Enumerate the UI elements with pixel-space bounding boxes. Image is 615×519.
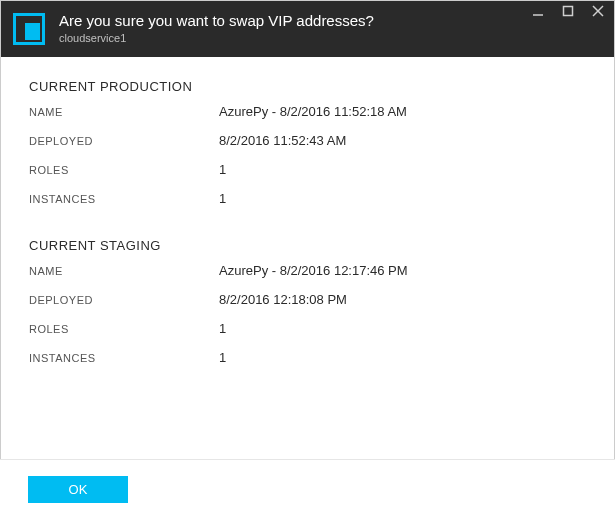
window-controls <box>532 5 608 17</box>
close-icon[interactable] <box>592 5 608 17</box>
ok-button[interactable]: OK <box>28 476 128 503</box>
row-production-name: NAME AzurePy - 8/2/2016 11:52:18 AM <box>29 104 586 119</box>
maximize-icon[interactable] <box>562 5 578 17</box>
row-production-roles: ROLES 1 <box>29 162 586 177</box>
row-staging-roles: ROLES 1 <box>29 321 586 336</box>
dialog-subtitle: cloudservice1 <box>59 32 374 45</box>
titlebar: Are you sure you want to swap VIP addres… <box>1 1 614 57</box>
label-instances: INSTANCES <box>29 193 219 205</box>
row-staging-instances: INSTANCES 1 <box>29 350 586 365</box>
label-deployed: DEPLOYED <box>29 135 219 147</box>
value-deployed: 8/2/2016 12:18:08 PM <box>219 292 347 307</box>
section-heading-staging: CURRENT STAGING <box>29 238 586 253</box>
section-heading-production: CURRENT PRODUCTION <box>29 79 586 94</box>
value-roles: 1 <box>219 321 226 336</box>
svg-rect-2 <box>17 23 25 41</box>
label-name: NAME <box>29 106 219 118</box>
value-name: AzurePy - 8/2/2016 12:17:46 PM <box>219 263 408 278</box>
row-staging-name: NAME AzurePy - 8/2/2016 12:17:46 PM <box>29 263 586 278</box>
dialog-title: Are you sure you want to swap VIP addres… <box>59 12 374 30</box>
svg-rect-1 <box>17 17 41 23</box>
value-instances: 1 <box>219 191 226 206</box>
title-text: Are you sure you want to swap VIP addres… <box>59 12 374 45</box>
label-name: NAME <box>29 265 219 277</box>
label-deployed: DEPLOYED <box>29 294 219 306</box>
label-instances: INSTANCES <box>29 352 219 364</box>
value-roles: 1 <box>219 162 226 177</box>
svg-rect-4 <box>564 7 573 16</box>
minimize-icon[interactable] <box>532 5 548 17</box>
row-staging-deployed: DEPLOYED 8/2/2016 12:18:08 PM <box>29 292 586 307</box>
label-roles: ROLES <box>29 164 219 176</box>
value-deployed: 8/2/2016 11:52:43 AM <box>219 133 346 148</box>
value-instances: 1 <box>219 350 226 365</box>
label-roles: ROLES <box>29 323 219 335</box>
row-production-deployed: DEPLOYED 8/2/2016 11:52:43 AM <box>29 133 586 148</box>
value-name: AzurePy - 8/2/2016 11:52:18 AM <box>219 104 407 119</box>
app-icon <box>13 13 45 45</box>
row-production-instances: INSTANCES 1 <box>29 191 586 206</box>
content: CURRENT PRODUCTION NAME AzurePy - 8/2/20… <box>1 57 614 389</box>
footer: OK <box>0 459 615 519</box>
